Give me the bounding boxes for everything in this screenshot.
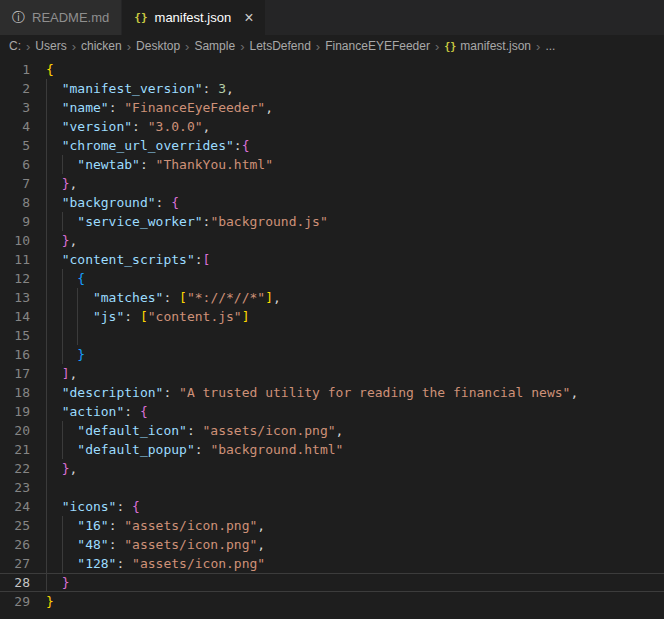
code-line[interactable]: 9 "service_worker":"background.js": [0, 212, 664, 231]
breadcrumb-item-chicken[interactable]: chicken: [80, 39, 123, 53]
line-number[interactable]: 24: [0, 497, 30, 516]
line-number[interactable]: 7: [0, 174, 30, 193]
json-key: "default_popup": [77, 442, 194, 457]
line-number[interactable]: 4: [0, 117, 30, 136]
code-line[interactable]: 2 "manifest_version": 3,: [0, 79, 664, 98]
code-line[interactable]: 4 "version": "3.0.0",: [0, 117, 664, 136]
code-line[interactable]: 19 "action": {: [0, 402, 664, 421]
line-number[interactable]: 26: [0, 535, 30, 554]
code-token: {: [242, 138, 250, 153]
line-number[interactable]: 3: [0, 98, 30, 117]
breadcrumb-item-letsdefend[interactable]: LetsDefend: [248, 39, 311, 53]
json-string: "A trusted utility for reading the finan…: [179, 385, 570, 400]
tab-readme[interactable]: ⓘ README.md: [0, 0, 122, 35]
line-number[interactable]: 14: [0, 307, 30, 326]
line-number[interactable]: 10: [0, 231, 30, 250]
code-line[interactable]: 16 }: [0, 345, 664, 364]
line-number[interactable]: 12: [0, 269, 30, 288]
code-line[interactable]: 26 "48": "assets/icon.png",: [0, 535, 664, 554]
code-line[interactable]: 8 "background": {: [0, 193, 664, 212]
code-line[interactable]: 3 "name": "FinanceEyeFeeder",: [0, 98, 664, 117]
code-token: :: [195, 252, 203, 267]
breadcrumb-item-sample[interactable]: Sample: [193, 39, 236, 53]
code-text: {: [46, 269, 664, 288]
line-number[interactable]: 5: [0, 136, 30, 155]
line-number[interactable]: 1: [0, 60, 30, 79]
line-number[interactable]: 2: [0, 79, 30, 98]
line-number[interactable]: 16: [0, 345, 30, 364]
close-icon[interactable]: ×: [244, 10, 253, 26]
code-token: ,: [336, 423, 344, 438]
line-number[interactable]: 15: [0, 326, 30, 345]
code-token: :: [187, 423, 203, 438]
code-text: {: [46, 60, 664, 79]
code-line[interactable]: 25 "16": "assets/icon.png",: [0, 516, 664, 535]
breadcrumb-item-users[interactable]: Users: [34, 39, 67, 53]
code-line[interactable]: 22 },: [0, 459, 664, 478]
code-line[interactable]: 24 "icons": {: [0, 497, 664, 516]
line-number[interactable]: 29: [0, 592, 30, 611]
line-number[interactable]: 11: [0, 250, 30, 269]
breadcrumb-item-manifest-json[interactable]: {} manifest.json: [443, 39, 532, 53]
json-string: "assets/icon.png": [203, 423, 336, 438]
breadcrumb-item-ellipsis[interactable]: ...: [544, 39, 556, 53]
code-line[interactable]: 6 "newtab": "ThankYou.html": [0, 155, 664, 174]
json-key: "description": [62, 385, 164, 400]
code-token: :: [109, 518, 125, 533]
code-line[interactable]: 20 "default_icon": "assets/icon.png",: [0, 421, 664, 440]
line-number[interactable]: 28: [0, 573, 30, 592]
code-line[interactable]: 15: [0, 326, 664, 345]
line-number[interactable]: 27: [0, 554, 30, 573]
line-number[interactable]: 21: [0, 440, 30, 459]
code-line[interactable]: 27 "128": "assets/icon.png": [0, 554, 664, 573]
code-token: :: [109, 537, 125, 552]
code-line[interactable]: 13 "matches": ["*://*//*"],: [0, 288, 664, 307]
code-line[interactable]: 12 {: [0, 269, 664, 288]
code-line[interactable]: 18 "description": "A trusted utility for…: [0, 383, 664, 402]
code-line[interactable]: 1{: [0, 60, 664, 79]
json-string: "assets/icon.png": [124, 537, 257, 552]
tab-manifest-json[interactable]: {} manifest.json ×: [122, 0, 265, 35]
code-line[interactable]: 5 "chrome_url_overrides":{: [0, 136, 664, 155]
code-token: :: [124, 404, 140, 419]
breadcrumb-item-financeeyefeeder[interactable]: FinanceEYEFeeder: [324, 39, 431, 53]
line-number[interactable]: 19: [0, 402, 30, 421]
line-number[interactable]: 25: [0, 516, 30, 535]
line-number[interactable]: 13: [0, 288, 30, 307]
code-line[interactable]: 11 "content_scripts":[: [0, 250, 664, 269]
indent-guide: [62, 421, 63, 440]
line-number[interactable]: 20: [0, 421, 30, 440]
code-line[interactable]: 21 "default_popup": "background.html": [0, 440, 664, 459]
line-number[interactable]: 18: [0, 383, 30, 402]
line-number[interactable]: 9: [0, 212, 30, 231]
json-string: "assets/icon.png": [132, 556, 265, 571]
code-line[interactable]: 28 }: [0, 573, 664, 592]
code-text: "48": "assets/icon.png",: [46, 535, 664, 554]
code-text: "matches": ["*://*//*"],: [46, 288, 664, 307]
code-line[interactable]: 29}: [0, 592, 664, 611]
code-text: "background": {: [46, 193, 664, 212]
breadcrumb-item-desktop[interactable]: Desktop: [135, 39, 181, 53]
indent-guide: [62, 269, 63, 288]
line-number[interactable]: 17: [0, 364, 30, 383]
code-line[interactable]: 23: [0, 478, 664, 497]
code-text: "chrome_url_overrides":{: [46, 136, 664, 155]
line-number[interactable]: 8: [0, 193, 30, 212]
code-line[interactable]: 17 ],: [0, 364, 664, 383]
line-number[interactable]: 23: [0, 478, 30, 497]
code-text: "icons": {: [46, 497, 664, 516]
indent-guide: [62, 307, 63, 326]
code-token: [: [203, 252, 211, 267]
line-number[interactable]: 6: [0, 155, 30, 174]
code-line[interactable]: 14 "js": ["content.js"]: [0, 307, 664, 326]
json-key: "action": [62, 404, 125, 419]
code-line[interactable]: 10 },: [0, 231, 664, 250]
indent-guide: [62, 554, 63, 573]
breadcrumb-item-drive[interactable]: C:: [8, 39, 22, 53]
indent-guide: [46, 212, 47, 231]
code-token: [46, 385, 62, 400]
code-token: [46, 176, 62, 191]
line-number[interactable]: 22: [0, 459, 30, 478]
code-line[interactable]: 7 },: [0, 174, 664, 193]
code-token: }: [77, 347, 85, 362]
